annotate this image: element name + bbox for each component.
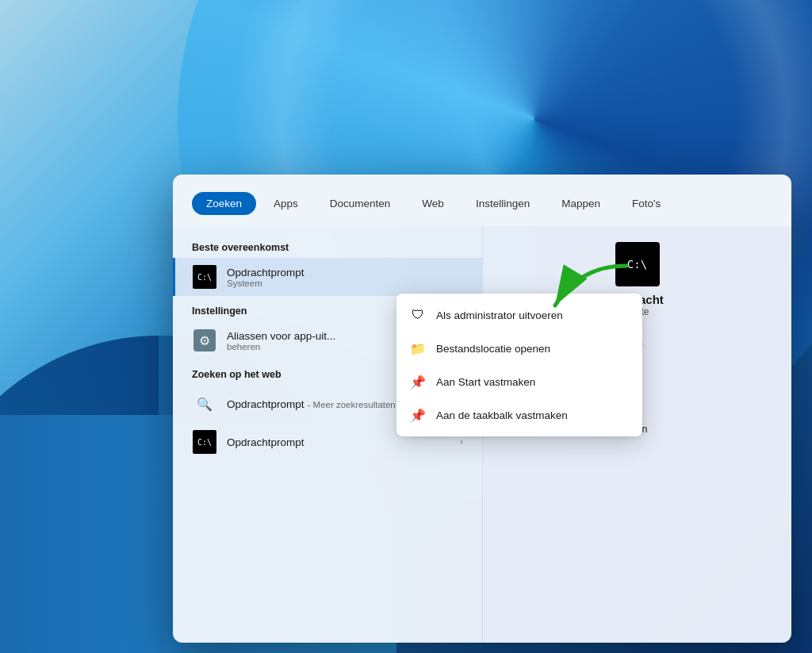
settings-item-title: Aliassen voor app-uit...	[227, 330, 370, 342]
context-item-3-label: Aan de taakbalk vastmaken	[436, 409, 568, 421]
search-glyph-0: 🔍	[193, 393, 216, 415]
web-item-0-title: Opdrachtprompt	[227, 398, 304, 410]
tab-fotos[interactable]: Foto's	[618, 192, 675, 215]
context-item-3[interactable]: 📌 Aan de taakbalk vastmaken	[396, 398, 642, 432]
cmd-glyph-1: C:\	[193, 430, 216, 454]
tab-apps[interactable]: Apps	[259, 192, 312, 215]
web-item-1-text: Opdrachtprompt	[227, 436, 460, 448]
context-folder-icon: 📁	[409, 340, 427, 357]
web-search-icon-0: 🔍	[192, 391, 217, 417]
context-item-2[interactable]: 📌 Aan Start vastmaken	[396, 365, 642, 398]
cmd-icon: C:\	[192, 264, 217, 290]
tab-documenten[interactable]: Documenten	[316, 192, 405, 215]
tab-instellingen[interactable]: Instellingen	[462, 192, 544, 215]
web-item-1-title: Opdrachtprompt	[227, 436, 460, 448]
context-shield-icon: 🛡	[409, 306, 427, 324]
tab-web[interactable]: Web	[408, 192, 458, 215]
search-tabs: Zoeken Apps Documenten Web Instellingen …	[173, 175, 791, 226]
tab-mappen[interactable]: Mappen	[547, 192, 615, 215]
context-pin-icon-0: 📌	[409, 373, 427, 390]
best-match-subtitle: Systeem	[227, 278, 463, 288]
context-pin-icon-1: 📌	[409, 406, 427, 424]
best-match-item[interactable]: C:\ Opdrachtprompt Systeem	[173, 258, 482, 296]
settings-app-icon: ⚙	[193, 329, 216, 351]
best-match-label: Beste overeenkomst	[173, 232, 482, 258]
tab-zoeken[interactable]: Zoeken	[192, 192, 256, 215]
right-app-icon: C:\	[615, 242, 660, 286]
settings-icon: ⚙	[192, 328, 217, 353]
context-item-1[interactable]: 📁 Bestandslocatie openen	[396, 332, 642, 365]
cmd-app-icon: C:\	[193, 265, 216, 289]
best-match-title: Opdrachtprompt	[227, 267, 463, 278]
context-item-0[interactable]: 🛡 Als administrator uitvoeren	[396, 298, 642, 332]
context-item-0-label: Als administrator uitvoeren	[436, 309, 563, 321]
context-menu: 🛡 Als administrator uitvoeren 📁 Bestands…	[396, 294, 642, 436]
context-item-2-label: Aan Start vastmaken	[436, 376, 535, 388]
best-match-text: Opdrachtprompt Systeem	[227, 267, 463, 288]
web-item-1-chevron: ›	[460, 436, 463, 447]
context-item-1-label: Bestandslocatie openen	[436, 343, 550, 355]
web-cmd-icon-1: C:\	[192, 429, 217, 455]
